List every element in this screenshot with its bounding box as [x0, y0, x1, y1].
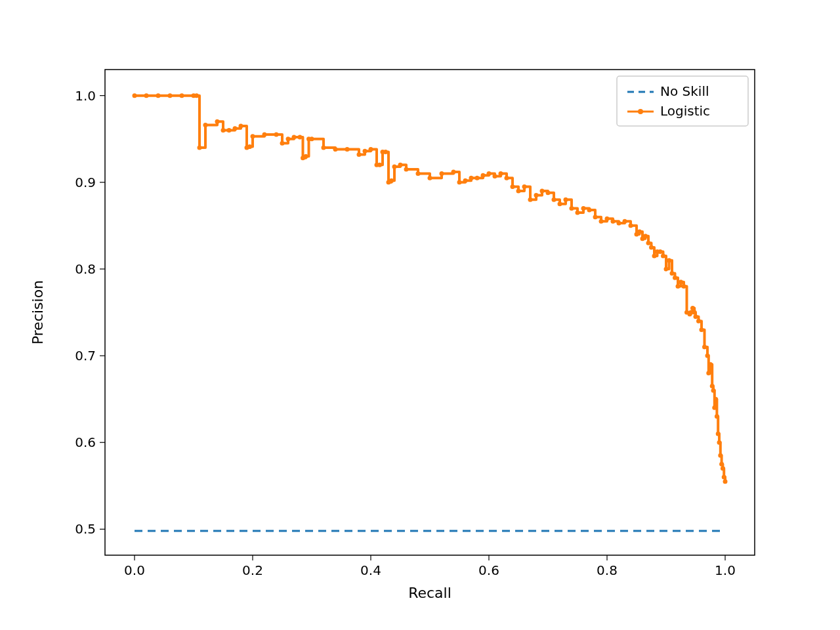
logistic-marker — [528, 198, 533, 202]
logistic-marker — [587, 208, 592, 213]
logistic-marker — [558, 201, 562, 206]
logistic-marker — [404, 167, 409, 171]
legend-label-no-skill: No Skill — [660, 83, 709, 99]
logistic-marker — [643, 234, 648, 238]
logistic-marker — [611, 219, 616, 224]
logistic-marker — [717, 440, 722, 445]
y-tick-label: 1.0 — [75, 88, 96, 104]
logistic-marker — [333, 147, 338, 152]
logistic-marker — [457, 180, 462, 184]
logistic-marker — [570, 206, 574, 211]
logistic-marker — [369, 147, 373, 152]
precision-recall-plot: 0.00.20.40.60.81.00.50.60.70.80.91.0Reca… — [0, 0, 840, 630]
logistic-marker — [637, 230, 642, 234]
logistic-marker — [718, 453, 723, 458]
chart-container: 0.00.20.40.60.81.00.50.60.70.80.91.0Reca… — [0, 0, 840, 630]
logistic-marker — [708, 362, 713, 367]
logistic-marker — [310, 136, 314, 141]
logistic-marker — [322, 145, 326, 150]
logistic-marker — [696, 319, 701, 324]
logistic-marker — [475, 176, 480, 180]
logistic-marker — [304, 154, 308, 159]
logistic-marker — [713, 397, 718, 402]
logistic-marker — [180, 93, 184, 98]
logistic-marker — [463, 178, 468, 183]
y-axis-label: Precision — [30, 280, 46, 345]
logistic-marker — [516, 189, 521, 194]
logistic-marker — [581, 206, 586, 211]
x-tick-label: 0.2 — [242, 562, 263, 578]
y-tick-label: 0.9 — [75, 175, 96, 190]
logistic-marker — [505, 176, 509, 180]
logistic-marker — [416, 171, 421, 176]
logistic-marker — [227, 128, 232, 133]
logistic-marker — [552, 198, 556, 202]
logistic-marker — [710, 384, 715, 388]
logistic-marker — [716, 432, 721, 436]
logistic-marker — [664, 266, 669, 271]
logistic-marker — [522, 184, 527, 189]
logistic-marker — [540, 189, 545, 194]
logistic-marker — [292, 135, 297, 140]
logistic-marker — [262, 133, 267, 137]
logistic-marker — [690, 306, 695, 310]
logistic-marker — [357, 152, 362, 157]
logistic-marker — [719, 462, 724, 467]
y-tick-label: 0.8 — [75, 261, 96, 277]
logistic-marker — [363, 149, 368, 154]
logistic-markers — [133, 93, 728, 484]
logistic-marker — [398, 163, 403, 167]
logistic-marker — [481, 173, 486, 178]
logistic-marker — [646, 241, 651, 245]
legend: No SkillLogistic — [617, 76, 748, 126]
logistic-marker — [723, 479, 728, 484]
logistic-marker — [247, 144, 252, 149]
logistic-marker — [168, 93, 173, 98]
logistic-marker — [667, 258, 671, 262]
logistic-marker — [280, 141, 285, 146]
logistic-marker — [440, 171, 444, 176]
logistic-marker — [298, 135, 303, 140]
y-tick-label: 0.5 — [75, 521, 96, 537]
logistic-marker — [233, 126, 238, 131]
logistic-marker — [694, 314, 698, 319]
logistic-marker — [251, 134, 255, 138]
logistic-marker — [711, 388, 716, 392]
logistic-marker — [649, 245, 654, 249]
logistic-marker — [499, 171, 503, 176]
logistic-marker — [345, 147, 350, 152]
logistic-marker — [705, 354, 710, 358]
logistic-marker — [722, 475, 726, 480]
logistic-marker — [652, 254, 657, 259]
logistic-marker — [452, 169, 456, 174]
logistic-marker — [617, 220, 621, 225]
logistic-marker — [389, 178, 394, 183]
x-tick-label: 0.6 — [478, 562, 499, 578]
logistic-marker — [706, 371, 711, 375]
logistic-marker — [286, 136, 291, 141]
logistic-marker — [534, 193, 539, 198]
y-tick-label: 0.7 — [75, 348, 96, 364]
logistic-marker — [679, 280, 683, 284]
logistic-marker — [383, 150, 388, 154]
logistic-marker — [469, 176, 474, 180]
logistic-marker — [239, 123, 243, 128]
logistic-marker — [700, 327, 704, 332]
logistic-marker — [721, 466, 725, 471]
logistic-marker — [493, 174, 497, 178]
logistic-marker — [156, 93, 161, 98]
logistic-marker — [715, 414, 719, 419]
logistic-marker — [564, 198, 568, 202]
legend-marker-logistic — [638, 109, 643, 114]
logistic-marker — [702, 345, 707, 349]
logistic-marker — [203, 123, 208, 127]
logistic-marker — [599, 219, 604, 224]
logistic-curve — [135, 96, 725, 482]
x-tick-label: 0.8 — [597, 562, 618, 578]
x-tick-label: 0.0 — [124, 562, 145, 578]
logistic-marker — [661, 254, 665, 259]
logistic-marker — [198, 145, 202, 150]
logistic-marker — [377, 163, 382, 167]
logistic-marker — [511, 184, 515, 189]
logistic-marker — [576, 211, 580, 215]
